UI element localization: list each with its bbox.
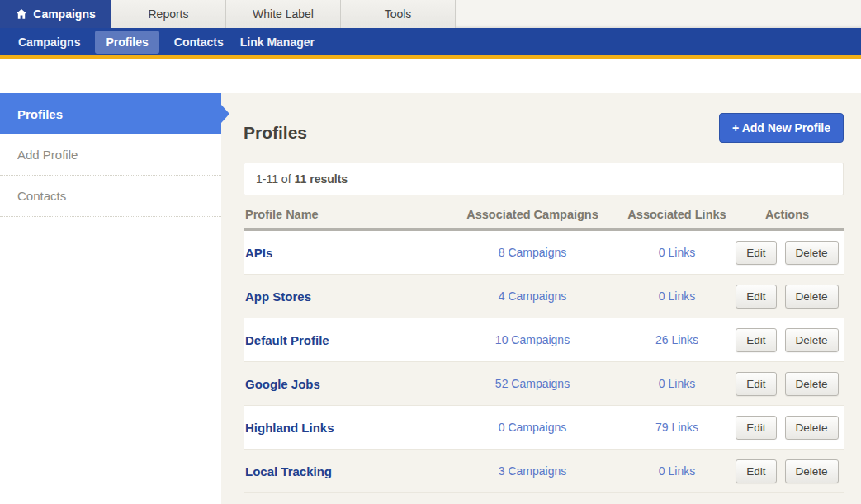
results-summary: 1-11 of11 results (244, 163, 844, 195)
top-tab-campaigns[interactable]: Campaigns (0, 0, 111, 28)
sub-nav-campaigns[interactable]: Campaigns (17, 31, 82, 54)
header-gap (0, 59, 861, 93)
table-row: Default Profile 10 Campaigns 26 Links Ed… (244, 318, 844, 362)
sub-nav-profiles[interactable]: Profiles (95, 31, 158, 54)
row-actions: Edit Delete (731, 241, 844, 265)
table-header-row: Profile Name Associated Campaigns Associ… (244, 198, 844, 231)
delete-button[interactable]: Delete (785, 285, 839, 309)
sidebar-item-add-profile[interactable]: Add Profile (0, 134, 221, 176)
results-range: 1-11 of (256, 172, 291, 186)
profile-name: Google Jobs (244, 377, 442, 391)
column-header-associated-campaigns: Associated Campaigns (442, 208, 623, 221)
profiles-table-body: APIs 8 Campaigns 0 Links Edit Delete App… (244, 231, 844, 493)
sidebar-item-label: Contacts (17, 189, 66, 203)
delete-button[interactable]: Delete (785, 459, 839, 483)
row-actions: Edit Delete (731, 328, 844, 352)
top-tab-label: Reports (148, 7, 188, 21)
results-count: 11 results (295, 172, 348, 186)
edit-button[interactable]: Edit (736, 285, 776, 309)
delete-button[interactable]: Delete (785, 372, 839, 396)
sub-nav-bar: Campaigns Profiles Contacts Link Manager (0, 28, 861, 55)
table-row: Highland Links 0 Campaigns 79 Links Edit… (244, 406, 844, 450)
associated-campaigns-link[interactable]: 4 Campaigns (442, 290, 623, 303)
profile-name: Local Tracking (244, 464, 442, 478)
sub-nav-link-manager[interactable]: Link Manager (239, 31, 316, 54)
add-new-profile-button[interactable]: + Add New Profile (719, 113, 844, 143)
sidebar: Profiles Add Profile Contacts (0, 93, 221, 504)
associated-links-link[interactable]: 0 Links (623, 246, 731, 259)
delete-button[interactable]: Delete (785, 328, 839, 352)
table-row: App Stores 4 Campaigns 0 Links Edit Dele… (244, 275, 844, 318)
edit-button[interactable]: Edit (736, 241, 776, 265)
edit-button[interactable]: Edit (736, 372, 776, 396)
table-row: Local Tracking 3 Campaigns 0 Links Edit … (244, 450, 844, 493)
page-title: Profiles (244, 113, 307, 143)
top-tab-white-label[interactable]: White Label (226, 0, 341, 28)
associated-campaigns-link[interactable]: 8 Campaigns (442, 246, 623, 259)
profile-name: App Stores (244, 290, 442, 304)
top-tab-bar-spacer (456, 0, 861, 28)
row-actions: Edit Delete (731, 372, 844, 396)
sub-nav-contacts[interactable]: Contacts (173, 31, 225, 54)
row-actions: Edit Delete (731, 459, 844, 483)
sidebar-item-profiles[interactable]: Profiles (0, 93, 221, 134)
associated-links-link[interactable]: 0 Links (623, 377, 731, 390)
top-tab-bar: Campaigns Reports White Label Tools (0, 0, 861, 28)
associated-links-link[interactable]: 79 Links (623, 421, 731, 434)
profile-name: Highland Links (244, 421, 442, 435)
associated-campaigns-link[interactable]: 0 Campaigns (442, 421, 623, 434)
row-actions: Edit Delete (731, 416, 844, 440)
profile-name: Default Profile (244, 333, 442, 347)
content-header: Profiles + Add New Profile (244, 113, 844, 143)
table-row: Google Jobs 52 Campaigns 0 Links Edit De… (244, 362, 844, 406)
table-row: APIs 8 Campaigns 0 Links Edit Delete (244, 231, 844, 275)
top-tab-label: Campaigns (33, 7, 95, 21)
edit-button[interactable]: Edit (736, 416, 776, 440)
associated-campaigns-link[interactable]: 10 Campaigns (442, 333, 623, 346)
main-content: Profiles + Add New Profile 1-11 of11 res… (221, 93, 861, 504)
active-item-arrow-icon (221, 105, 229, 123)
top-tab-tools[interactable]: Tools (341, 0, 456, 28)
profile-name: APIs (244, 246, 442, 260)
row-actions: Edit Delete (731, 285, 844, 309)
associated-campaigns-link[interactable]: 52 Campaigns (442, 377, 623, 390)
associated-links-link[interactable]: 26 Links (623, 333, 731, 346)
delete-button[interactable]: Delete (785, 416, 839, 440)
associated-links-link[interactable]: 0 Links (623, 290, 731, 303)
associated-campaigns-link[interactable]: 3 Campaigns (442, 464, 623, 478)
sidebar-item-label: Profiles (17, 107, 63, 121)
edit-button[interactable]: Edit (736, 328, 776, 352)
column-header-actions: Actions (731, 208, 844, 221)
sidebar-item-contacts[interactable]: Contacts (0, 176, 221, 217)
top-tab-label: White Label (253, 7, 314, 21)
page-body: Profiles Add Profile Contacts Profiles +… (0, 93, 861, 504)
top-tab-reports[interactable]: Reports (111, 0, 226, 28)
sidebar-item-label: Add Profile (17, 148, 78, 162)
associated-links-link[interactable]: 0 Links (623, 464, 731, 478)
top-tab-label: Tools (385, 7, 412, 21)
edit-button[interactable]: Edit (736, 459, 776, 483)
column-header-associated-links: Associated Links (623, 208, 731, 221)
column-header-profile-name: Profile Name (244, 208, 442, 221)
delete-button[interactable]: Delete (785, 241, 839, 265)
home-icon (16, 8, 27, 20)
